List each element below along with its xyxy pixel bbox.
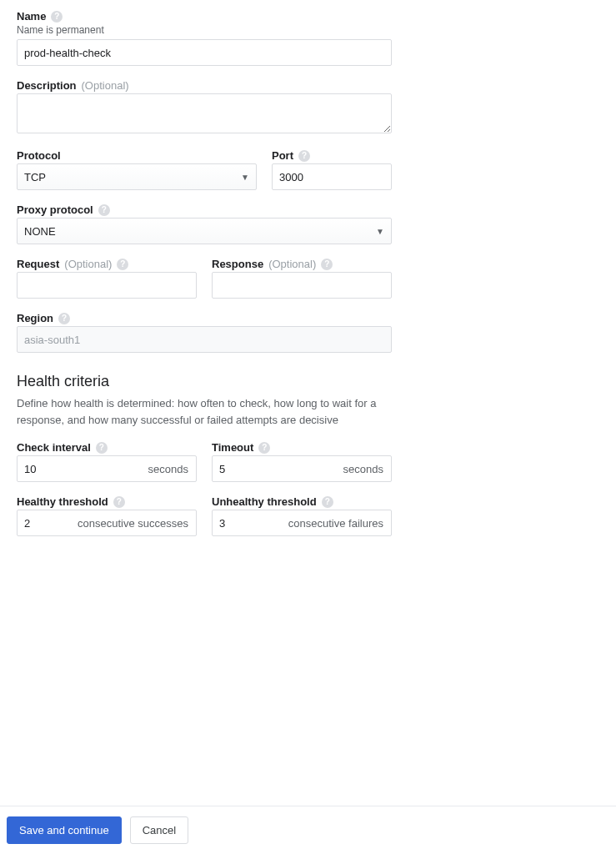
- timeout-input[interactable]: [212, 455, 392, 482]
- region-field: Region ?: [17, 312, 392, 353]
- response-field: Response (Optional) ?: [212, 258, 392, 299]
- check-interval-label: Check interval: [17, 441, 91, 454]
- check-interval-input[interactable]: [17, 455, 197, 482]
- health-criteria-desc: Define how health is determined: how oft…: [17, 395, 392, 428]
- timeout-label: Timeout: [212, 441, 253, 454]
- response-optional: (Optional): [268, 258, 316, 270]
- protocol-field: Protocol TCP ▼: [17, 149, 257, 190]
- name-field: Name ? Name is permanent: [17, 10, 392, 66]
- name-sublabel: Name is permanent: [17, 24, 392, 36]
- protocol-value: TCP: [24, 171, 46, 183]
- footer-bar: Save and continue Cancel: [0, 806, 616, 854]
- proxy-protocol-select[interactable]: NONE ▼: [17, 218, 392, 244]
- port-label: Port: [272, 149, 293, 162]
- cancel-button[interactable]: Cancel: [130, 816, 188, 844]
- help-icon[interactable]: ?: [51, 11, 63, 23]
- request-label: Request: [17, 258, 59, 270]
- healthy-threshold-label: Healthy threshold: [17, 495, 108, 508]
- protocol-label: Protocol: [17, 149, 61, 162]
- response-input[interactable]: [212, 272, 392, 299]
- healthy-threshold-field: Healthy threshold ? consecutive successe…: [17, 495, 197, 536]
- help-icon[interactable]: ?: [322, 496, 333, 508]
- proxy-protocol-value: NONE: [24, 225, 56, 238]
- request-field: Request (Optional) ?: [17, 258, 197, 299]
- unhealthy-threshold-field: Unhealthy threshold ? consecutive failur…: [212, 495, 392, 536]
- help-icon[interactable]: ?: [258, 442, 270, 454]
- name-input[interactable]: [17, 39, 392, 66]
- description-label: Description: [17, 79, 77, 92]
- protocol-select[interactable]: TCP ▼: [17, 163, 257, 190]
- request-response-row: Request (Optional) ? Response (Optional)…: [17, 258, 392, 299]
- help-icon[interactable]: ?: [117, 259, 128, 270]
- help-icon[interactable]: ?: [98, 204, 110, 216]
- help-icon[interactable]: ?: [96, 442, 108, 454]
- protocol-port-row: Protocol TCP ▼ Port ?: [17, 149, 392, 190]
- health-criteria-title: Health criteria: [17, 373, 599, 390]
- region-label: Region: [17, 312, 53, 324]
- healthy-threshold-input[interactable]: [17, 510, 197, 536]
- help-icon[interactable]: ?: [58, 313, 70, 324]
- health-check-form: Name ? Name is permanent Description (Op…: [0, 0, 616, 854]
- check-interval-field: Check interval ? seconds: [17, 441, 197, 482]
- port-field: Port ?: [272, 149, 392, 190]
- description-input[interactable]: [17, 93, 392, 133]
- caret-down-icon: ▼: [241, 173, 249, 182]
- help-icon[interactable]: ?: [113, 496, 125, 508]
- threshold-row: Healthy threshold ? consecutive successe…: [17, 495, 392, 536]
- region-input: [17, 326, 392, 353]
- proxy-protocol-field: Proxy protocol ? NONE ▼: [17, 203, 392, 244]
- proxy-protocol-label: Proxy protocol: [17, 203, 93, 216]
- unhealthy-threshold-input[interactable]: [212, 510, 392, 536]
- description-field: Description (Optional): [17, 79, 392, 136]
- help-icon[interactable]: ?: [321, 259, 333, 270]
- description-optional: (Optional): [82, 79, 129, 92]
- response-label: Response: [212, 258, 263, 270]
- caret-down-icon: ▼: [376, 227, 384, 236]
- unhealthy-threshold-label: Unhealthy threshold: [212, 495, 317, 508]
- save-and-continue-button[interactable]: Save and continue: [7, 816, 122, 844]
- interval-timeout-row: Check interval ? seconds Timeout ? secon…: [17, 441, 392, 482]
- help-icon[interactable]: ?: [298, 150, 310, 162]
- port-input[interactable]: [272, 163, 392, 190]
- name-label: Name: [17, 10, 46, 23]
- timeout-field: Timeout ? seconds: [212, 441, 392, 482]
- request-input[interactable]: [17, 272, 197, 299]
- request-optional: (Optional): [64, 258, 112, 270]
